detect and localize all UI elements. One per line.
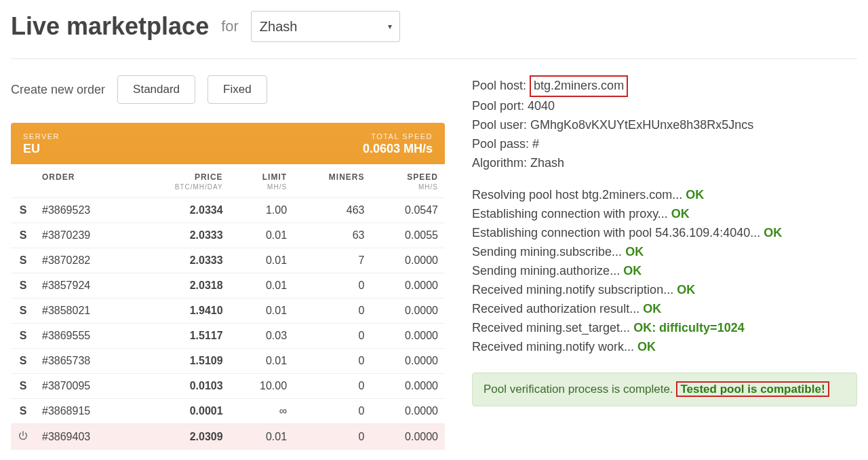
pool-user-label: Pool user:: [472, 118, 527, 132]
table-row[interactable]: S#38702392.03330.01630.0055: [11, 223, 445, 248]
cell-price: 0.0103: [133, 374, 230, 399]
cell-order: #3869555: [35, 324, 133, 349]
table-row[interactable]: S#38579242.03180.0100.0000: [11, 273, 445, 299]
cell-limit: 0.01: [230, 424, 294, 451]
pool-user-value: GMhgKo8vKXUYtExHUnxe8h38Rx5Jncs: [530, 118, 753, 132]
cell-speed: 0.0000: [371, 349, 445, 374]
server-sub-label: SERVER: [23, 132, 60, 140]
cell-speed: 0.0055: [371, 223, 445, 248]
table-row[interactable]: S#38695551.51170.0300.0000: [11, 324, 445, 349]
pool-host-label: Pool host:: [472, 79, 526, 92]
log-line: Received mining.set_target... OK: diffic…: [472, 319, 857, 338]
cell-price: 2.0309: [133, 424, 230, 451]
cell-miners: 0: [294, 299, 371, 324]
table-row[interactable]: S#38689150.0001∞00.0000: [11, 399, 445, 424]
cell-price: 2.0318: [133, 273, 230, 299]
order-type-standard-icon: S: [11, 273, 35, 299]
standard-button[interactable]: Standard: [117, 75, 195, 104]
cell-limit: 0.01: [230, 299, 294, 324]
cell-order: #3870095: [35, 374, 133, 399]
cell-miners: 0: [294, 374, 371, 399]
page-title: Live marketplace: [11, 12, 209, 41]
cell-price: 2.0333: [133, 248, 230, 273]
cell-order: #3870239: [35, 223, 133, 248]
log-status: OK: [671, 207, 690, 221]
cell-limit: 0.01: [230, 248, 294, 273]
cell-speed: 0.0000: [371, 424, 445, 451]
log-status: OK: [764, 226, 782, 239]
log-line: Sending mining.authorize... OK: [472, 262, 857, 281]
order-type-standard-icon: S: [11, 349, 35, 374]
for-label: for: [221, 18, 239, 35]
cell-miners: 463: [294, 198, 371, 223]
cell-price: 1.5109: [133, 349, 230, 374]
log-status: OK: [625, 245, 644, 258]
log-line: Received mining.notify work... OK: [472, 338, 857, 357]
table-row[interactable]: S#38580211.94100.0100.0000: [11, 299, 445, 324]
cell-miners: 7: [294, 248, 371, 273]
table-row[interactable]: S#38657381.51090.0100.0000: [11, 349, 445, 374]
pool-algo-value: Zhash: [530, 156, 564, 170]
log-status: OK: [677, 283, 695, 296]
log-line: Establishing connection with proxy... OK: [472, 205, 857, 224]
power-icon: [11, 424, 35, 451]
pool-port-label: Pool port:: [472, 99, 524, 113]
log-line: Received authorization result... OK: [472, 300, 857, 319]
cell-limit: ∞: [230, 399, 294, 424]
orders-table: ORDER PRICE LIMIT MINERS SPEED BTC/MH/DA…: [11, 164, 445, 450]
col-limit-sub: MH/S: [230, 183, 294, 198]
cell-order: #3865738: [35, 349, 133, 374]
cell-miners: 0: [294, 424, 371, 451]
log-status: OK: [637, 340, 656, 353]
cell-order: #3858021: [35, 299, 133, 324]
cell-miners: 63: [294, 223, 371, 248]
cell-speed: 0.0000: [371, 299, 445, 324]
server-value: EU: [23, 142, 60, 156]
cell-price: 1.9410: [133, 299, 230, 324]
table-row[interactable]: S#38695232.03341.004630.0547: [11, 198, 445, 223]
pool-pass-value: #: [532, 137, 539, 151]
log-text: Establishing connection with proxy...: [472, 207, 671, 221]
log-text: Resolving pool host btg.2miners.com...: [472, 188, 686, 202]
cell-limit: 0.01: [230, 223, 294, 248]
cell-speed: 0.0547: [371, 198, 445, 223]
cell-limit: 1.00: [230, 198, 294, 223]
cell-price: 2.0334: [133, 198, 230, 223]
order-type-standard-icon: S: [11, 223, 35, 248]
cell-order: #3868915: [35, 399, 133, 424]
log-line: Establishing connection with pool 54.36.…: [472, 224, 857, 243]
cell-speed: 0.0000: [371, 374, 445, 399]
table-row[interactable]: S#38700950.010310.0000.0000: [11, 374, 445, 399]
cell-order: #3869523: [35, 198, 133, 223]
col-speed-sub: MH/S: [371, 183, 445, 198]
algorithm-select[interactable]: Zhash: [251, 11, 400, 42]
log-status: OK: [643, 302, 661, 315]
log-text: Sending mining.authorize...: [472, 264, 623, 277]
cell-miners: 0: [294, 399, 371, 424]
order-type-standard-icon: S: [11, 399, 35, 424]
cell-speed: 0.0000: [371, 273, 445, 299]
verification-log: Resolving pool host btg.2miners.com... O…: [472, 186, 857, 356]
table-row[interactable]: S#38702822.03330.0170.0000: [11, 248, 445, 273]
log-line: Received mining.notify subscription... O…: [472, 281, 857, 300]
create-order-row: Create new order Standard Fixed: [11, 75, 445, 104]
table-row[interactable]: #38694032.03090.0100.0000: [11, 424, 445, 451]
cell-limit: 0.03: [230, 324, 294, 349]
verification-compat: Tested pool is compatible!: [676, 381, 829, 397]
log-status: OK: [686, 188, 704, 202]
log-line: Resolving pool host btg.2miners.com... O…: [472, 186, 857, 205]
col-price-sub: BTC/MH/DAY: [133, 183, 230, 198]
log-text: Establishing connection with pool 54.36.…: [472, 226, 764, 239]
order-type-standard-icon: S: [11, 374, 35, 399]
cell-order: #3857924: [35, 273, 133, 299]
total-speed-value: 0.0603 MH/s: [363, 142, 433, 156]
order-type-standard-icon: S: [11, 198, 35, 223]
fixed-button[interactable]: Fixed: [208, 75, 267, 104]
col-order: ORDER: [35, 164, 133, 183]
pool-pass-label: Pool pass:: [472, 137, 529, 151]
cell-order: #3869403: [35, 424, 133, 451]
cell-speed: 0.0000: [371, 324, 445, 349]
col-price: PRICE: [133, 164, 230, 183]
create-order-label: Create new order: [11, 83, 105, 97]
pool-info: Pool host: btg.2miners.com Pool port: 40…: [472, 75, 857, 172]
